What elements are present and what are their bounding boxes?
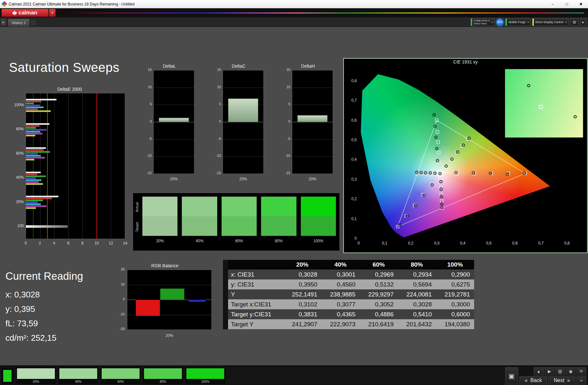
cie-measured-point bbox=[434, 172, 437, 175]
current-reading-x: x: 0,3028 bbox=[5, 287, 83, 302]
save-button[interactable]: ▤ bbox=[555, 367, 565, 375]
history-expander-button[interactable]: ▶ bbox=[1, 19, 6, 25]
fast-forward-button[interactable]: » bbox=[576, 376, 586, 384]
eye-icon: ◉ bbox=[569, 369, 572, 374]
deltae-bar bbox=[26, 203, 41, 205]
gear-icon[interactable]: ⚙ bbox=[570, 18, 579, 26]
deltae-bar bbox=[26, 155, 41, 157]
results-table-row: x: CIE310,30280,30010,29690,29340,2900 bbox=[223, 270, 474, 279]
cie-measured-point bbox=[420, 171, 423, 174]
pattern-thumbnail[interactable]: 80% bbox=[143, 367, 183, 384]
pattern-window-button[interactable]: ▣ bbox=[505, 367, 518, 384]
cie-measured-point bbox=[455, 171, 457, 174]
display-status-stripe bbox=[533, 19, 534, 26]
pattern-preview-tile[interactable] bbox=[2, 367, 14, 384]
meter-select-button[interactable]: X-Rite i1Pro 3 Direct View ▼ bbox=[471, 18, 495, 26]
deltaC-y-tick-label: 5 bbox=[213, 102, 221, 106]
cie-measured-point bbox=[489, 172, 492, 175]
cie-measured-point bbox=[431, 184, 434, 186]
cie-y-tick-label: 0 bbox=[346, 236, 357, 241]
deltae-bar bbox=[26, 149, 44, 151]
pattern-thumbnail[interactable]: 60% bbox=[100, 367, 141, 384]
deltae-reference-line bbox=[97, 93, 97, 239]
exposure-badge[interactable]: 679 bbox=[496, 19, 504, 26]
tab-stub[interactable] bbox=[30, 20, 36, 26]
results-table-cell: 0,6000 bbox=[436, 309, 474, 319]
deltaL-ylabels: 151050-5-10-15 bbox=[144, 70, 153, 174]
deltae-x-tick-label: 14 bbox=[123, 241, 127, 245]
refresh-button[interactable]: ⟳ bbox=[576, 367, 586, 375]
pattern-thumbnail-swatch bbox=[186, 368, 224, 379]
calman-logo[interactable]: calman bbox=[2, 9, 48, 17]
results-table-cell: 0,3000 bbox=[436, 299, 474, 309]
cie-y-tick-label: 0,4 bbox=[346, 157, 357, 162]
deltah-x-label: 20% bbox=[292, 177, 333, 181]
deltaH-y-tick-label: 10 bbox=[282, 85, 290, 89]
current-reading-title: Current Reading bbox=[5, 270, 83, 282]
results-table-cell: 0,4365 bbox=[321, 309, 360, 319]
cie-measured-point bbox=[440, 195, 443, 198]
current-reading: Current Reading x: 0,3028 y: 0,395 fL: 7… bbox=[5, 270, 83, 345]
saturation-patch-column: 100% bbox=[301, 196, 336, 249]
pattern-thumbnail[interactable]: 100% bbox=[185, 367, 226, 384]
deltae-bar bbox=[26, 207, 36, 209]
patch-row-label-actual: Actual bbox=[134, 197, 140, 218]
tab-history-1[interactable]: History 1 bbox=[8, 19, 30, 27]
meter-status-stripe bbox=[471, 19, 472, 26]
deltah-chart: DeltaH 151050-5-10-15 20% bbox=[282, 63, 334, 182]
pattern-thumbnail-label: 20% bbox=[33, 380, 39, 383]
cie-measured-point bbox=[456, 151, 459, 154]
deltae-gridline bbox=[111, 93, 111, 239]
results-table-cell: 224,0081 bbox=[398, 289, 436, 299]
page-title: Saturation Sweeps bbox=[9, 60, 119, 75]
cie-x-tick-label: 0,5 bbox=[486, 241, 492, 245]
deltae-y-group-label: 80% bbox=[14, 127, 24, 131]
close-button[interactable]: ✖ bbox=[574, 0, 588, 8]
pattern-preview-swatch bbox=[3, 370, 12, 382]
read-continuous-button[interactable]: ◉ bbox=[566, 367, 575, 375]
results-table-row-label: Target y:CIE31 bbox=[228, 309, 283, 319]
cie-y-tick-label: 0,2 bbox=[346, 197, 357, 201]
minimize-button[interactable]: – bbox=[546, 0, 560, 8]
deltae-bar bbox=[26, 179, 41, 181]
cie-measured-point bbox=[439, 180, 442, 183]
chevron-down-icon: ▼ bbox=[491, 21, 494, 23]
deltaC-y-tick-label: 15 bbox=[213, 68, 221, 72]
display-control-button[interactable]: Direct Display Control ▼ bbox=[532, 18, 568, 26]
play-button[interactable]: ▶ bbox=[545, 367, 554, 375]
rgb-y-tick-label: 10 bbox=[116, 282, 125, 286]
current-reading-cdm2: cd/m²: 252,15 bbox=[5, 331, 83, 345]
pattern-thumbnails: 20%40%60%80%100% bbox=[2, 367, 226, 384]
cie-measured-point bbox=[506, 173, 509, 176]
saturation-patch-column: 60% bbox=[221, 196, 257, 249]
source-select-button[interactable]: Mobile Forge ▼ bbox=[505, 18, 531, 26]
back-button-label: Back bbox=[531, 378, 542, 383]
patch-actual-swatch bbox=[301, 197, 336, 216]
deltae-bar bbox=[26, 198, 52, 199]
pattern-thumbnail[interactable]: 20% bbox=[16, 367, 56, 384]
deltae-bar bbox=[26, 129, 47, 131]
back-button[interactable]: « Back bbox=[519, 376, 547, 384]
results-table: 20%40%60%80%100%x: CIE310,30280,30010,29… bbox=[223, 260, 474, 329]
results-table-row: y: CIE310,39500,45600,51320,56940,6275 bbox=[223, 279, 474, 289]
cie-inset-circle-point bbox=[574, 115, 577, 118]
deltae-y-group-label: 20% bbox=[14, 200, 24, 204]
deltae-gridline bbox=[125, 93, 125, 239]
deltaC-y-tick-label: 10 bbox=[213, 85, 221, 89]
pattern-thumbnail-label: 80% bbox=[160, 380, 166, 383]
patch-target-swatch bbox=[301, 216, 336, 236]
patch-actual-swatch bbox=[182, 197, 217, 216]
logo-menu-button[interactable]: ▼ bbox=[49, 9, 55, 17]
scroll-up-button[interactable]: ▲ bbox=[534, 367, 544, 375]
collapse-panel-button[interactable]: ▶ bbox=[580, 18, 586, 26]
results-table-row: Target x:CIE310,31020,30770,30520,30280,… bbox=[223, 299, 474, 309]
deltae-bar bbox=[26, 125, 39, 127]
deltaH-y-tick-label: 0 bbox=[282, 119, 290, 123]
results-table-row-label: x: CIE31 bbox=[228, 270, 283, 279]
maximize-button[interactable]: □ bbox=[560, 0, 574, 8]
patch-target-swatch bbox=[222, 216, 257, 236]
cie-x-tick-label: 0,1 bbox=[382, 241, 388, 245]
pattern-thumbnail[interactable]: 40% bbox=[58, 367, 98, 384]
next-button[interactable]: Next » bbox=[548, 376, 575, 384]
results-table-cell: 0,4886 bbox=[360, 309, 398, 319]
